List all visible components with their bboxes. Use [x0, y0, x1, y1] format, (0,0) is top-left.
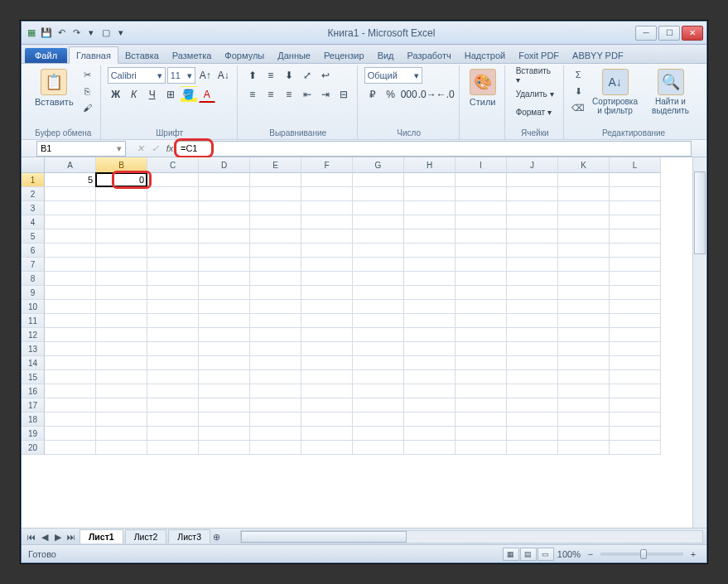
- cell-J14[interactable]: [507, 356, 558, 370]
- rowhead-20[interactable]: 20: [22, 441, 45, 455]
- cell-C14[interactable]: [147, 356, 199, 370]
- cell-G4[interactable]: [353, 215, 404, 229]
- qat-extra2-icon[interactable]: ▾: [114, 27, 128, 40]
- cell-G14[interactable]: [353, 356, 404, 370]
- currency-icon[interactable]: ₽: [364, 86, 381, 103]
- cell-I12[interactable]: [456, 328, 507, 342]
- align-bottom-icon[interactable]: ⬇: [281, 67, 297, 84]
- copy-icon[interactable]: ⎘: [80, 84, 95, 99]
- cell-H7[interactable]: [404, 258, 456, 272]
- cell-A15[interactable]: [45, 370, 96, 384]
- cell-D6[interactable]: [199, 244, 250, 258]
- cell-I8[interactable]: [456, 272, 507, 286]
- decrease-indent-icon[interactable]: ⇤: [299, 86, 316, 103]
- decrease-decimal-icon[interactable]: ←.0: [437, 86, 454, 103]
- cell-L6[interactable]: [610, 244, 661, 258]
- tab-layout[interactable]: Разметка: [166, 47, 219, 63]
- cell-L16[interactable]: [610, 384, 661, 398]
- cell-F16[interactable]: [301, 384, 353, 398]
- cell-I13[interactable]: [456, 342, 507, 356]
- cell-E16[interactable]: [250, 384, 301, 398]
- cell-E6[interactable]: [250, 244, 301, 258]
- decrease-font-icon[interactable]: A↓: [215, 67, 232, 84]
- cell-H12[interactable]: [404, 328, 456, 342]
- cell-E17[interactable]: [250, 398, 301, 413]
- clear-icon[interactable]: ⌫: [571, 100, 586, 115]
- cell-L2[interactable]: [610, 187, 661, 201]
- cell-C6[interactable]: [147, 244, 199, 258]
- colhead-J[interactable]: J: [507, 157, 558, 173]
- cell-E4[interactable]: [250, 215, 301, 229]
- rowhead-14[interactable]: 14: [22, 356, 45, 370]
- cell-F19[interactable]: [301, 427, 353, 441]
- align-right-icon[interactable]: ≡: [281, 86, 297, 103]
- cell-C15[interactable]: [147, 370, 199, 384]
- redo-icon[interactable]: ↷: [70, 27, 83, 40]
- cell-D7[interactable]: [199, 258, 250, 272]
- cell-A2[interactable]: [45, 187, 96, 201]
- close-button[interactable]: ✕: [682, 26, 703, 41]
- cell-B2[interactable]: [96, 187, 147, 201]
- cell-H14[interactable]: [404, 356, 456, 370]
- cell-D17[interactable]: [199, 398, 250, 413]
- cell-D9[interactable]: [199, 286, 250, 300]
- cell-F6[interactable]: [301, 244, 353, 258]
- cell-K3[interactable]: [558, 201, 610, 215]
- increase-indent-icon[interactable]: ⇥: [317, 86, 334, 103]
- cell-I11[interactable]: [456, 314, 507, 328]
- cell-J19[interactable]: [507, 427, 558, 441]
- cell-J5[interactable]: [507, 229, 558, 244]
- cell-H5[interactable]: [404, 229, 456, 244]
- new-sheet-icon[interactable]: ⊕: [210, 530, 224, 543]
- cell-I17[interactable]: [456, 398, 507, 413]
- cell-H9[interactable]: [404, 286, 456, 300]
- cell-D16[interactable]: [199, 384, 250, 398]
- tab-view[interactable]: Вид: [371, 47, 401, 63]
- cell-G6[interactable]: [353, 244, 404, 258]
- cell-G1[interactable]: [353, 173, 404, 187]
- cell-I10[interactable]: [456, 300, 507, 314]
- cell-E18[interactable]: [250, 413, 301, 427]
- rowhead-19[interactable]: 19: [22, 427, 45, 441]
- cell-J12[interactable]: [507, 328, 558, 342]
- cell-I7[interactable]: [456, 258, 507, 272]
- cell-E8[interactable]: [250, 272, 301, 286]
- wrap-text-icon[interactable]: ↩: [317, 67, 334, 84]
- cell-A10[interactable]: [45, 300, 96, 314]
- autosum-icon[interactable]: Σ: [571, 67, 586, 82]
- cell-A5[interactable]: [45, 229, 96, 244]
- cell-B7[interactable]: [96, 258, 147, 272]
- cell-E3[interactable]: [250, 201, 301, 215]
- rowhead-9[interactable]: 9: [22, 286, 45, 300]
- align-left-icon[interactable]: ≡: [244, 86, 261, 103]
- file-tab[interactable]: Файл: [25, 48, 67, 63]
- tab-addins[interactable]: Надстрой: [458, 47, 512, 63]
- cell-L14[interactable]: [610, 356, 661, 370]
- find-select-button[interactable]: 🔍 Найти и выделить: [644, 67, 697, 117]
- undo-icon[interactable]: ↶: [55, 27, 68, 40]
- cell-H3[interactable]: [404, 201, 456, 215]
- cell-E13[interactable]: [250, 342, 301, 356]
- cell-K12[interactable]: [558, 328, 610, 342]
- cell-B3[interactable]: [96, 201, 147, 215]
- cell-B8[interactable]: [96, 272, 147, 286]
- cell-I18[interactable]: [456, 413, 507, 427]
- cell-D5[interactable]: [199, 229, 250, 244]
- cell-G20[interactable]: [353, 441, 404, 455]
- cell-J9[interactable]: [507, 286, 558, 300]
- cell-K13[interactable]: [558, 342, 610, 356]
- cell-A16[interactable]: [45, 384, 96, 398]
- cell-G3[interactable]: [353, 201, 404, 215]
- cell-H10[interactable]: [404, 300, 456, 314]
- cell-C11[interactable]: [147, 314, 199, 328]
- formula-bar[interactable]: =C1: [177, 141, 692, 157]
- cell-A6[interactable]: [45, 244, 96, 258]
- cell-C5[interactable]: [147, 229, 199, 244]
- cell-J15[interactable]: [507, 370, 558, 384]
- cell-F12[interactable]: [301, 328, 353, 342]
- rowhead-4[interactable]: 4: [22, 215, 45, 229]
- cell-D13[interactable]: [199, 342, 250, 356]
- cell-D2[interactable]: [199, 187, 250, 201]
- cell-E2[interactable]: [250, 187, 301, 201]
- cell-B17[interactable]: [96, 398, 147, 413]
